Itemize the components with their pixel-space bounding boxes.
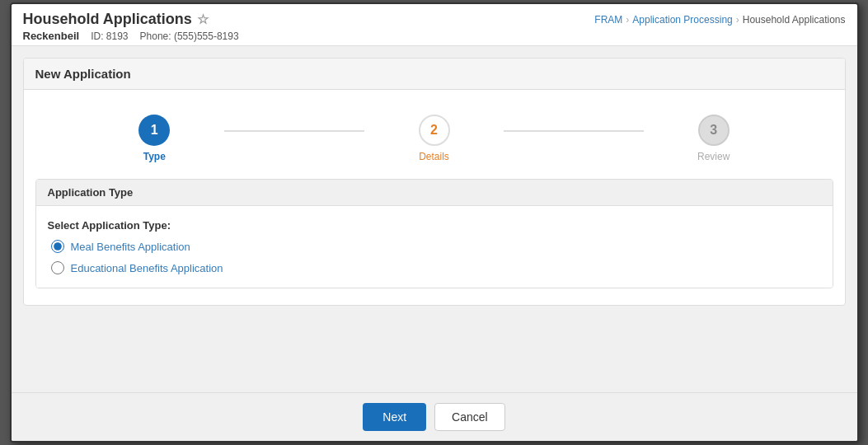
card-header: New Application xyxy=(24,59,845,90)
cancel-button[interactable]: Cancel xyxy=(434,403,505,431)
header-top: Household Applications ☆ FRAM › Applicat… xyxy=(23,11,846,28)
step-1-label: Type xyxy=(143,151,166,162)
app-type-section: Application Type Select Application Type… xyxy=(35,179,833,288)
breadcrumb: FRAM › Application Processing › Househol… xyxy=(594,14,845,26)
person-phone: Phone: (555)555-8193 xyxy=(140,30,239,42)
radio-edu-label[interactable]: Educational Benefits Application xyxy=(71,262,223,274)
title-text: Household Applications xyxy=(23,11,192,28)
card-body: 1 Type 2 Details 3 xyxy=(24,90,845,305)
breadcrumb-current: Household Applications xyxy=(743,14,846,26)
app-type-body: Select Application Type: Meal Benefits A… xyxy=(36,206,833,288)
radio-meal-label[interactable]: Meal Benefits Application xyxy=(71,241,190,253)
person-id: ID: 8193 xyxy=(91,30,128,42)
step-2: 2 Details xyxy=(364,115,504,162)
radio-edu[interactable] xyxy=(51,261,64,274)
card-title: New Application xyxy=(35,67,131,81)
radio-group: Meal Benefits Application Educational Be… xyxy=(48,240,821,274)
new-application-card: New Application 1 Type 2 xyxy=(23,58,846,306)
step-1-circle: 1 xyxy=(138,115,170,146)
breadcrumb-sep-2: › xyxy=(736,14,739,26)
step-2-label: Details xyxy=(419,151,449,162)
page-title: Household Applications ☆ xyxy=(23,11,209,28)
next-button[interactable]: Next xyxy=(363,403,426,431)
stepper: 1 Type 2 Details 3 xyxy=(35,106,833,179)
person-name: Reckenbeil xyxy=(23,30,80,42)
main-window: Household Applications ☆ FRAM › Applicat… xyxy=(10,2,859,443)
header: Household Applications ☆ FRAM › Applicat… xyxy=(12,4,857,46)
app-type-header: Application Type xyxy=(36,180,833,206)
footer: Next Cancel xyxy=(12,392,857,441)
step-3: 3 Review xyxy=(644,115,784,162)
radio-meal[interactable] xyxy=(51,240,64,253)
header-sub: Reckenbeil ID: 8193 Phone: (555)555-8193 xyxy=(23,30,846,42)
step-line-1 xyxy=(224,130,364,132)
star-icon[interactable]: ☆ xyxy=(197,12,209,27)
radio-item-edu[interactable]: Educational Benefits Application xyxy=(51,261,821,274)
step-3-label: Review xyxy=(697,151,730,162)
radio-item-meal[interactable]: Meal Benefits Application xyxy=(51,240,821,253)
select-label: Select Application Type: xyxy=(48,219,821,232)
breadcrumb-fram[interactable]: FRAM xyxy=(594,14,622,26)
step-3-circle: 3 xyxy=(698,115,730,146)
step-1: 1 Type xyxy=(85,115,225,162)
breadcrumb-sep-1: › xyxy=(626,14,629,26)
step-2-circle: 2 xyxy=(419,115,450,146)
breadcrumb-app-processing[interactable]: Application Processing xyxy=(632,14,732,26)
body: New Application 1 Type 2 xyxy=(12,46,857,392)
step-line-2 xyxy=(504,130,644,132)
